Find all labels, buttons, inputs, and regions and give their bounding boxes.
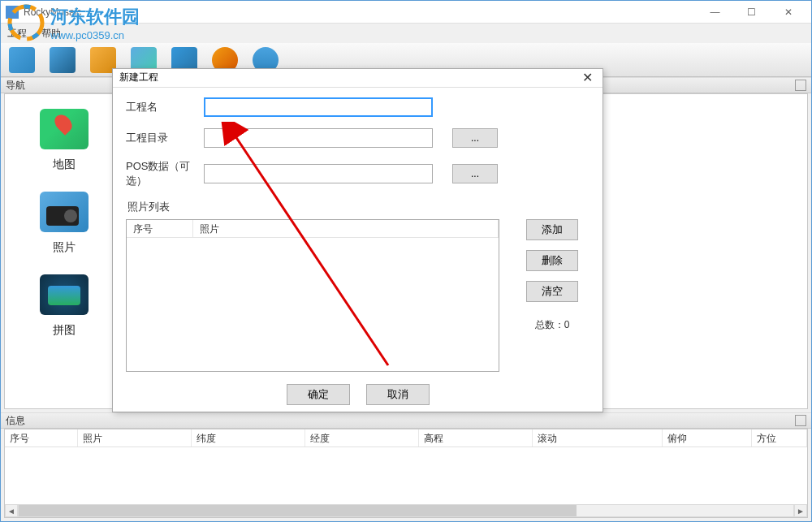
pos-data-input[interactable] [204,164,433,183]
maximize-button[interactable]: ☐ [733,1,770,24]
nav-panel-dock-icon[interactable] [795,80,806,91]
nav-item-map[interactable]: 地图 [28,109,101,172]
info-panel-dock-icon[interactable] [795,415,806,426]
close-button[interactable]: ✕ [770,1,806,24]
horizontal-scrollbar[interactable]: ◄ ► [5,504,807,517]
dialog-titlebar: 新建工程 ✕ [113,69,603,88]
col-pitch[interactable]: 俯仰 [663,429,752,447]
toolbar-open-icon[interactable] [50,47,76,73]
info-panel-title: 信息 [6,414,25,428]
minimize-button[interactable]: — [697,1,733,24]
app-icon [6,6,19,19]
project-name-label: 工程名 [126,100,204,114]
nav-item-label: 拼图 [53,323,76,338]
photo-list[interactable]: 序号 照片 [126,219,499,372]
menu-project[interactable]: 工程 [7,27,27,41]
photo-list-label: 照片列表 [127,200,590,214]
browse-dir-button[interactable]: ... [452,128,498,148]
total-count: 总数：0 [535,318,570,332]
project-dir-input[interactable] [204,128,433,148]
info-table-header: 序号 照片 纬度 经度 高程 滚动 俯仰 方位 [5,429,807,447]
col-lat[interactable]: 纬度 [192,429,305,447]
col-roll[interactable]: 滚动 [533,429,663,447]
scroll-left-icon[interactable]: ◄ [5,504,18,517]
photo-list-header: 序号 照片 [127,220,499,238]
add-button[interactable]: 添加 [526,219,578,240]
cancel-button[interactable]: 取消 [366,384,430,405]
col-index[interactable]: 序号 [127,220,193,237]
nav-item-label: 地图 [53,157,76,172]
window-title: RockyMosaic [24,6,697,18]
nav-item-puzzle[interactable]: 拼图 [28,274,101,338]
titlebar: RockyMosaic — ☐ ✕ [1,1,811,24]
col-alt[interactable]: 高程 [419,429,533,447]
dialog-title: 新建工程 [119,71,158,84]
camera-icon [40,192,89,232]
info-panel: 序号 照片 纬度 经度 高程 滚动 俯仰 方位 ◄ ► [4,429,808,518]
menu-help[interactable]: 帮助 [41,27,61,41]
clear-button[interactable]: 清空 [526,281,578,302]
col-index[interactable]: 序号 [5,429,78,447]
info-panel-header: 信息 [1,412,811,429]
delete-button[interactable]: 删除 [526,250,578,271]
nav-item-label: 照片 [53,240,76,255]
col-photo[interactable]: 照片 [78,429,192,447]
col-lng[interactable]: 经度 [305,429,419,447]
col-photo[interactable]: 照片 [193,220,499,237]
menubar: 工程 帮助 [1,24,811,43]
col-yaw[interactable]: 方位 [752,429,807,447]
project-name-input[interactable] [204,97,433,117]
browse-pos-button[interactable]: ... [452,164,498,183]
nav-panel-title: 导航 [6,79,25,93]
scroll-thumb[interactable] [19,505,577,516]
new-project-dialog: 新建工程 ✕ 工程名 工程目录 ... POS数据（可选） ... 照片列表 序… [112,68,603,412]
panorama-icon [40,274,89,315]
nav-item-photo[interactable]: 照片 [28,192,101,255]
pos-data-label: POS数据（可选） [126,159,204,188]
dialog-close-button[interactable]: ✕ [579,70,596,85]
scroll-right-icon[interactable]: ► [794,504,807,517]
project-dir-label: 工程目录 [126,131,204,145]
map-icon [40,109,89,149]
toolbar-new-icon[interactable] [9,47,35,73]
ok-button[interactable]: 确定 [287,384,350,405]
